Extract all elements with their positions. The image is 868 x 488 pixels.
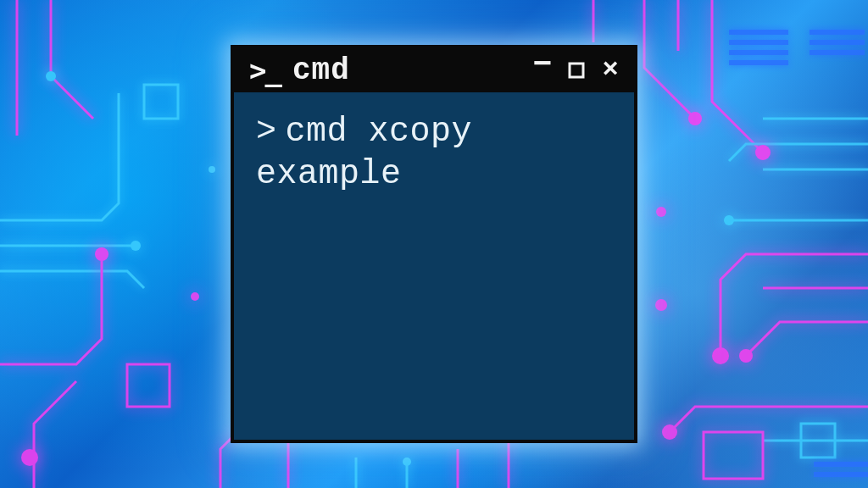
svg-rect-1 bbox=[127, 364, 170, 407]
svg-point-25 bbox=[403, 458, 411, 466]
command-text: cmd xcopy example bbox=[256, 113, 493, 193]
close-button[interactable]: × bbox=[598, 58, 622, 82]
terminal-window: >_ cmd − × >cmd xcopy example bbox=[231, 45, 637, 443]
svg-point-17 bbox=[712, 347, 729, 364]
svg-point-13 bbox=[755, 145, 771, 160]
maximize-button[interactable] bbox=[565, 58, 588, 82]
svg-point-27 bbox=[209, 166, 215, 173]
window-title: cmd bbox=[292, 53, 519, 88]
terminal-body[interactable]: >cmd xcopy example bbox=[234, 92, 634, 214]
command-line: >cmd xcopy example bbox=[256, 111, 612, 196]
svg-point-14 bbox=[688, 112, 702, 125]
svg-point-26 bbox=[191, 292, 199, 301]
svg-point-19 bbox=[662, 424, 677, 440]
terminal-prompt-icon: >_ bbox=[249, 56, 281, 85]
svg-rect-15 bbox=[704, 432, 763, 479]
svg-point-29 bbox=[655, 299, 667, 311]
titlebar[interactable]: >_ cmd − × bbox=[234, 48, 634, 92]
svg-point-18 bbox=[739, 349, 753, 363]
minimize-button[interactable]: − bbox=[531, 53, 554, 77]
svg-point-3 bbox=[131, 241, 141, 251]
svg-rect-30 bbox=[570, 64, 583, 77]
svg-point-2 bbox=[21, 449, 38, 466]
svg-point-20 bbox=[724, 215, 734, 225]
svg-point-5 bbox=[46, 71, 56, 81]
svg-point-4 bbox=[95, 247, 108, 261]
svg-point-28 bbox=[656, 207, 666, 217]
svg-rect-0 bbox=[144, 85, 178, 119]
window-controls: − × bbox=[531, 58, 622, 82]
prompt-char: > bbox=[256, 113, 277, 151]
